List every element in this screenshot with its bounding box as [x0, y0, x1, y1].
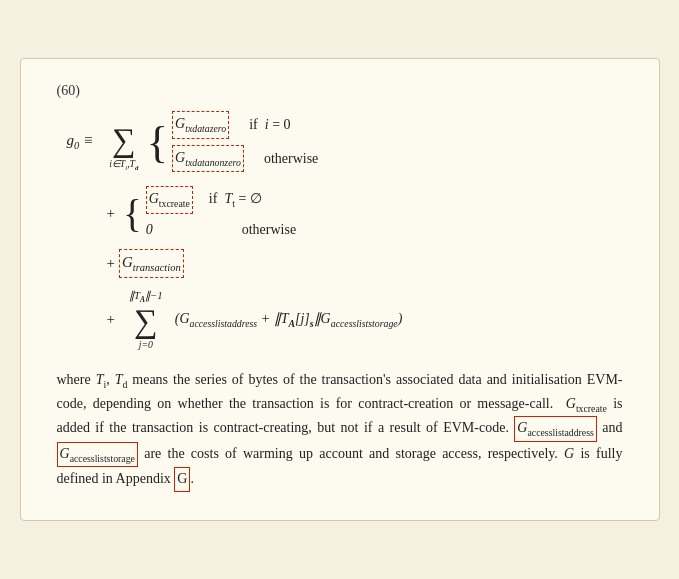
cond3: if Tt = ∅: [209, 187, 262, 212]
brace2: {: [123, 197, 142, 230]
brace1: {: [146, 123, 168, 161]
sum2-formula: (Gaccesslistaddress + ‖TA[j]s‖Gaccesslis…: [175, 307, 403, 332]
brace2-content: Gtxcreate if Tt = ∅ 0 otherwise: [146, 186, 296, 241]
sum1-block: ∑ i∈Ti,Td: [109, 110, 138, 173]
main-container: (60) g0 ≡ ∑ i∈Ti,Td { Gtxdatazero: [20, 58, 660, 520]
inline-g-appendix: G: [174, 467, 190, 491]
plus3: +: [107, 307, 115, 333]
sum2-block: ‖TA‖−1 ∑ j=0: [129, 286, 163, 353]
paragraph: where Ti, Td means the series of bytes o…: [57, 369, 623, 491]
math-block: g0 ≡ ∑ i∈Ti,Td { Gtxdatazero if i = 0: [57, 109, 623, 353]
equation-number: (60): [57, 83, 623, 99]
cond4: otherwise: [242, 218, 296, 242]
g-txdatanonzero: Gtxdatanonzero: [172, 145, 244, 172]
zero-val: 0: [146, 218, 226, 242]
cond2: otherwise: [264, 147, 318, 171]
g-txcreate: Gtxcreate: [146, 186, 193, 213]
plus1: +: [107, 201, 115, 227]
g-txdatazero: Gtxdatazero: [172, 111, 229, 138]
inline-g-access-addr: Gaccesslistaddress: [514, 416, 597, 441]
plus2: +: [107, 251, 115, 277]
g0-label: g0 ≡: [67, 128, 94, 155]
g-transaction: Gtransaction: [119, 249, 184, 278]
cond1: if i = 0: [249, 113, 290, 137]
inline-g-access-stor: Gaccessliststorage: [57, 442, 138, 467]
brace1-content: Gtxdatazero if i = 0 Gtxdatanonzero othe…: [172, 109, 318, 174]
